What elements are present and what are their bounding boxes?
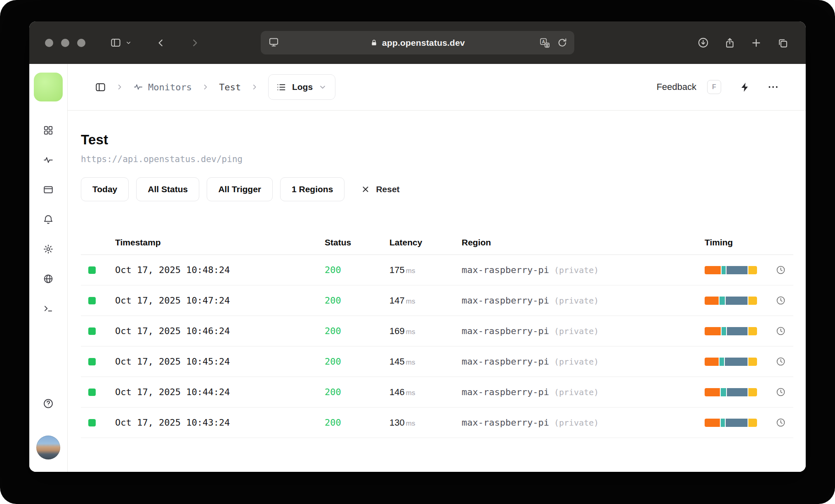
chevron-right-icon xyxy=(116,83,123,91)
status-ok-indicator xyxy=(88,297,96,304)
breadcrumb-test[interactable]: Test xyxy=(219,82,241,92)
window-controls xyxy=(29,39,85,47)
filter-regions-button[interactable]: 1 Regions xyxy=(280,177,344,201)
timing-bar xyxy=(705,388,757,396)
row-timestamp: Oct 17, 2025 10:47:24 xyxy=(115,295,325,306)
row-timestamp: Oct 17, 2025 10:43:24 xyxy=(115,417,325,428)
close-window-button[interactable] xyxy=(45,39,53,47)
svg-text:A: A xyxy=(542,39,545,44)
page-title: Test xyxy=(81,132,793,148)
table-row[interactable]: Oct 17, 2025 10:48:24 200 175ms max-rasp… xyxy=(81,255,793,285)
breadcrumb: Monitors Test Logs xyxy=(68,64,806,111)
table-row[interactable]: Oct 17, 2025 10:43:24 200 130ms max-rasp… xyxy=(81,407,793,438)
downloads-icon[interactable] xyxy=(697,37,709,49)
clock-icon xyxy=(768,387,793,397)
status-ok-indicator xyxy=(88,419,96,426)
table-row[interactable]: Oct 17, 2025 10:44:24 200 146ms max-rasp… xyxy=(81,377,793,407)
new-tab-icon[interactable] xyxy=(750,37,762,49)
timing-bar xyxy=(705,358,757,366)
monitors-pulse-icon[interactable] xyxy=(43,155,54,165)
zoom-window-button[interactable] xyxy=(77,39,85,47)
dashboard-grid-icon[interactable] xyxy=(43,125,54,136)
status-ok-indicator xyxy=(88,358,96,365)
command-lightning-icon[interactable] xyxy=(739,82,750,93)
back-button[interactable] xyxy=(156,38,166,48)
row-status-code: 200 xyxy=(325,356,389,367)
timing-bar xyxy=(705,266,757,274)
col-timing: Timing xyxy=(705,238,768,247)
clock-icon xyxy=(768,326,793,336)
more-options-icon[interactable] xyxy=(767,81,779,93)
notifications-bell-icon[interactable] xyxy=(43,214,54,225)
clock-icon xyxy=(768,265,793,275)
status-ok-indicator xyxy=(88,327,96,335)
workspace-logo[interactable] xyxy=(34,73,63,101)
breadcrumb-monitors[interactable]: Monitors xyxy=(133,82,192,92)
status-ok-indicator xyxy=(88,389,96,396)
row-timestamp: Oct 17, 2025 10:46:24 xyxy=(115,326,325,336)
url-text: app.openstatus.dev xyxy=(382,38,465,48)
terminal-icon[interactable] xyxy=(43,303,54,314)
reset-filters-button[interactable]: Reset xyxy=(361,184,399,194)
tab-overview-icon[interactable] xyxy=(777,37,788,49)
filter-trigger-button[interactable]: All Trigger xyxy=(207,177,273,201)
clock-icon xyxy=(768,417,793,428)
forward-button[interactable] xyxy=(189,38,200,48)
table-row[interactable]: Oct 17, 2025 10:47:24 200 147ms max-rasp… xyxy=(81,285,793,316)
row-latency: 169ms xyxy=(389,326,462,337)
row-status-code: 200 xyxy=(325,326,389,336)
status-ok-indicator xyxy=(88,266,96,274)
pulse-icon xyxy=(133,82,143,92)
row-region: max-raspberry-pi(private) xyxy=(462,417,705,428)
table-row[interactable]: Oct 17, 2025 10:46:24 200 169ms max-rasp… xyxy=(81,316,793,346)
table-row[interactable]: Oct 17, 2025 10:45:24 200 145ms max-rasp… xyxy=(81,346,793,377)
clock-icon xyxy=(768,356,793,367)
help-icon[interactable] xyxy=(43,398,54,411)
clock-icon xyxy=(768,295,793,306)
timing-bar xyxy=(705,327,757,335)
table-header: Timestamp Status Latency Region Timing xyxy=(81,230,793,255)
reload-icon[interactable] xyxy=(557,38,568,48)
feedback-shortcut-key: F xyxy=(707,80,721,94)
feedback-button[interactable]: Feedback xyxy=(656,82,696,92)
row-region: max-raspberry-pi(private) xyxy=(462,356,705,367)
row-latency: 175ms xyxy=(389,265,462,276)
page-preview-icon[interactable] xyxy=(268,36,279,49)
sidebar-chevron-down-icon[interactable] xyxy=(125,40,132,46)
timing-bar xyxy=(705,297,757,305)
logs-dropdown-button[interactable]: Logs xyxy=(268,74,335,100)
chevron-right-icon xyxy=(202,83,209,91)
minimize-window-button[interactable] xyxy=(61,39,69,47)
chevron-down-icon xyxy=(318,83,327,91)
lock-icon xyxy=(370,39,378,47)
url-bar[interactable]: app.openstatus.dev A xyxy=(261,31,574,54)
row-latency: 146ms xyxy=(389,387,462,398)
share-icon[interactable] xyxy=(724,37,736,49)
row-region: max-raspberry-pi(private) xyxy=(462,326,705,336)
browser-sidebar-icon[interactable] xyxy=(110,37,121,48)
filter-bar: Today All Status All Trigger 1 Regions R… xyxy=(81,177,793,201)
filter-period-button[interactable]: Today xyxy=(81,177,129,201)
row-region: max-raspberry-pi(private) xyxy=(462,265,705,275)
logs-list-icon xyxy=(276,82,286,92)
row-latency: 145ms xyxy=(389,356,462,367)
timing-bar xyxy=(705,419,757,427)
row-status-code: 200 xyxy=(325,417,389,428)
globe-icon[interactable] xyxy=(43,273,54,284)
row-latency: 147ms xyxy=(389,295,462,306)
browser-window: app.openstatus.dev A xyxy=(29,21,806,472)
row-status-code: 200 xyxy=(325,295,389,306)
x-icon xyxy=(361,185,370,194)
sidebar-toggle-icon[interactable] xyxy=(95,82,106,93)
settings-gear-icon[interactable] xyxy=(43,244,54,254)
row-timestamp: Oct 17, 2025 10:45:24 xyxy=(115,356,325,367)
row-timestamp: Oct 17, 2025 10:48:24 xyxy=(115,265,325,275)
monitor-endpoint-url: https://api.openstatus.dev/ping xyxy=(81,154,793,164)
status-pages-icon[interactable] xyxy=(43,184,54,195)
translate-icon[interactable]: A xyxy=(539,37,550,48)
user-avatar[interactable] xyxy=(36,436,60,459)
col-timestamp: Timestamp xyxy=(115,238,325,247)
filter-status-button[interactable]: All Status xyxy=(136,177,199,201)
row-latency: 130ms xyxy=(389,417,462,428)
logs-table: Timestamp Status Latency Region Timing O… xyxy=(81,230,793,438)
